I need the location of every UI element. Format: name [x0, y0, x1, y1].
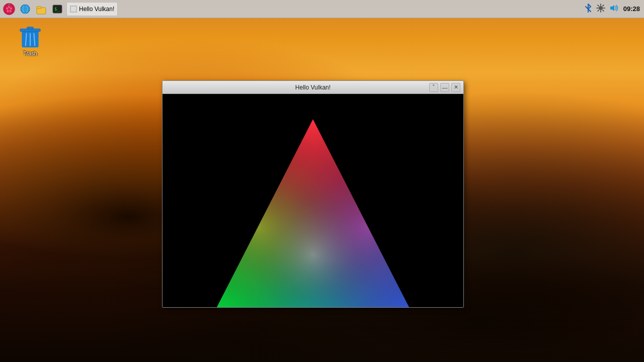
raspberry-pi-menu-button[interactable] [2, 2, 16, 16]
window-minimize-button[interactable]: — [440, 83, 449, 92]
window-controls: ˅ — ✕ [429, 83, 460, 92]
taskbar-left: $_ Hello Vulkan! [0, 2, 118, 16]
svg-rect-21 [37, 7, 41, 9]
brightness-icon[interactable] [596, 4, 605, 15]
vulkan-triangle [163, 94, 463, 307]
bluetooth-icon[interactable] [584, 3, 592, 15]
svg-rect-24 [70, 6, 76, 12]
svg-point-7 [9, 7, 10, 8]
file-manager-button[interactable] [34, 2, 48, 16]
desktop: $_ Hello Vulkan! [0, 0, 644, 362]
svg-point-25 [599, 6, 603, 10]
taskbar-app-label: Hello Vulkan! [79, 6, 114, 13]
svg-point-9 [11, 8, 12, 9]
svg-point-11 [10, 10, 11, 11]
trash-label: Trash [23, 50, 37, 56]
trash-icon[interactable]: Trash [12, 22, 48, 58]
globe-button[interactable] [18, 2, 32, 16]
terminal-button[interactable]: $_ [50, 2, 64, 16]
taskbar: $_ Hello Vulkan! [0, 0, 644, 18]
window-menu-button[interactable]: ˅ [429, 83, 438, 92]
window-content [163, 94, 463, 307]
vulkan-window: Hello Vulkan! ˅ — ✕ [162, 80, 464, 308]
window-titlebar[interactable]: Hello Vulkan! ˅ — ✕ [163, 81, 463, 94]
svg-point-10 [7, 10, 8, 11]
volume-icon[interactable] [609, 4, 619, 14]
svg-text:$_: $_ [54, 7, 60, 12]
svg-rect-28 [27, 27, 34, 30]
clock-display: 09:28 [623, 5, 640, 13]
taskbar-right: 09:28 [584, 3, 644, 15]
window-title: Hello Vulkan! [295, 84, 331, 91]
svg-point-8 [7, 8, 8, 9]
taskbar-app-vulkan[interactable]: Hello Vulkan! [66, 2, 118, 16]
window-close-button[interactable]: ✕ [451, 83, 460, 92]
